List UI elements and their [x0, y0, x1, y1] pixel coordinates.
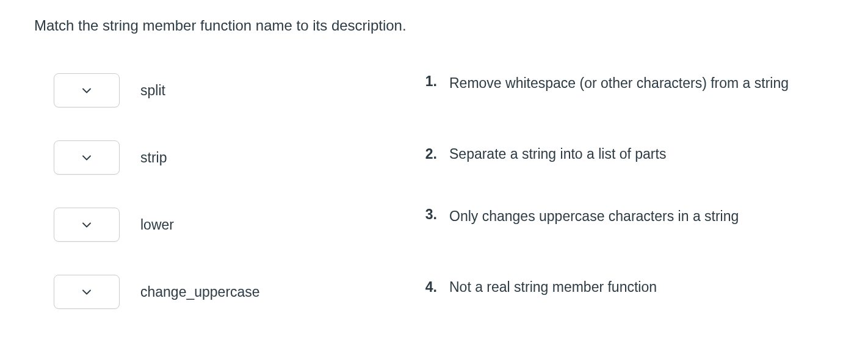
description-item: 3. Only changes uppercase characters in … [413, 206, 834, 241]
description-number: 1. [413, 73, 437, 90]
match-dropdown-split[interactable] [54, 73, 120, 107]
description-text: Separate a string into a list of parts [449, 144, 666, 164]
description-text: Not a real string member function [449, 277, 657, 297]
description-item: 2. Separate a string into a list of part… [413, 137, 834, 171]
matching-container: split strip lower ch [34, 73, 834, 342]
match-item: split [54, 73, 376, 107]
match-label: change_uppercase [140, 284, 260, 300]
description-text: Remove whitespace (or other characters) … [449, 73, 789, 93]
chevron-down-icon [82, 288, 91, 296]
match-label: lower [140, 217, 174, 233]
chevron-down-icon [82, 153, 91, 162]
match-item: strip [54, 140, 376, 175]
chevron-down-icon [82, 220, 91, 229]
match-label: strip [140, 150, 167, 166]
description-text: Only changes uppercase characters in a s… [449, 206, 739, 226]
match-item: change_uppercase [54, 275, 376, 309]
match-label: split [140, 82, 165, 99]
match-dropdown-change-uppercase[interactable] [54, 275, 120, 309]
match-items-column: split strip lower ch [34, 73, 376, 342]
description-item: 1. Remove whitespace (or other character… [413, 73, 834, 107]
description-number: 2. [413, 146, 437, 162]
description-item: 4. Not a real string member function [413, 270, 834, 304]
match-dropdown-lower[interactable] [54, 208, 120, 242]
description-number: 3. [413, 206, 437, 223]
description-number: 4. [413, 279, 437, 296]
chevron-down-icon [82, 86, 91, 95]
descriptions-column: 1. Remove whitespace (or other character… [400, 73, 834, 342]
match-dropdown-strip[interactable] [54, 140, 120, 175]
match-item: lower [54, 208, 376, 242]
question-prompt: Match the string member function name to… [34, 17, 834, 34]
